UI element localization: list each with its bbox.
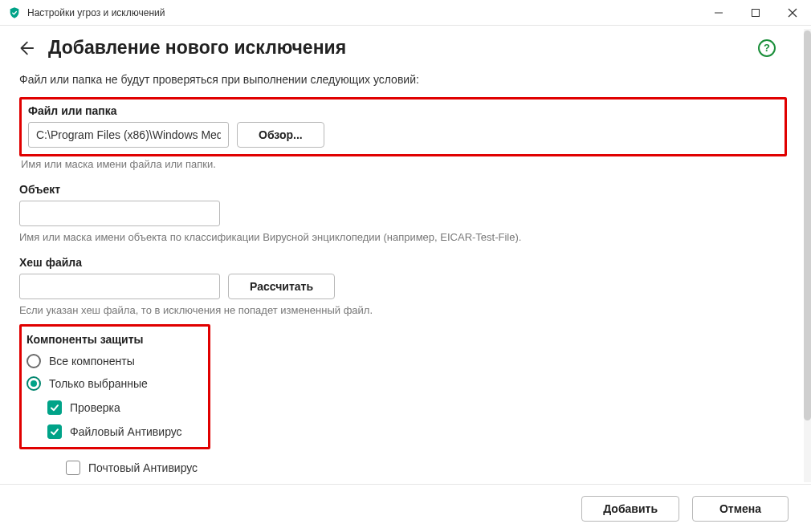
components-label: Компоненты защиты [26, 333, 200, 346]
cancel-button[interactable]: Отмена [692, 496, 789, 522]
window-title: Настройки угроз и исключений [27, 7, 165, 18]
hash-input[interactable] [19, 274, 220, 299]
maximize-button[interactable] [737, 0, 774, 26]
close-button[interactable] [774, 0, 811, 26]
page-header: Добавление нового исключения ? [0, 26, 806, 65]
radio-icon [26, 376, 41, 391]
checkbox-icon [47, 424, 62, 439]
object-section: Объект Имя или маска имени объекта по кл… [19, 183, 787, 243]
radio-selected-label: Только выбранные [49, 377, 148, 390]
object-label: Объект [19, 183, 787, 196]
file-or-folder-highlight: Файл или папка Обзор... [19, 97, 787, 156]
radio-all-label: Все компоненты [49, 355, 135, 368]
scrollbar[interactable] [804, 29, 811, 482]
footer: Добавить Отмена [0, 484, 811, 532]
svg-rect-1 [752, 10, 760, 17]
radio-icon [26, 354, 41, 368]
hash-hint: Если указан хеш файла, то в исключения н… [19, 304, 787, 316]
checkbox-mail-av-label: Почтовый Антивирус [88, 461, 198, 474]
components-rest: Почтовый Антивирус Веб-Антивирус [66, 461, 787, 484]
file-hint: Имя или маска имени файла или папки. [21, 158, 787, 170]
help-icon[interactable]: ? [758, 39, 776, 57]
file-label: Файл или папка [28, 104, 778, 117]
checkbox-file-av[interactable]: Файловый Антивирус [47, 424, 200, 439]
scrollbar-thumb[interactable] [804, 30, 811, 420]
window-controls [700, 0, 811, 25]
object-hint: Имя или маска имени объекта по классифик… [19, 231, 787, 243]
checkbox-scan-label: Проверка [70, 401, 120, 414]
radio-all-components[interactable]: Все компоненты [26, 354, 200, 368]
file-path-input[interactable] [28, 122, 229, 148]
components-highlight: Компоненты защиты Все компоненты Только … [19, 324, 210, 449]
titlebar: Настройки угроз и исключений [0, 0, 811, 26]
browse-button[interactable]: Обзор... [237, 122, 324, 148]
calculate-hash-button[interactable]: Рассчитать [228, 274, 335, 299]
add-button[interactable]: Добавить [581, 496, 679, 522]
object-input[interactable] [19, 201, 220, 226]
checkbox-mail-av[interactable]: Почтовый Антивирус [66, 461, 787, 475]
page-title: Добавление нового исключения [48, 37, 758, 59]
checkbox-file-av-label: Файловый Антивирус [70, 425, 182, 438]
app-shield-icon [8, 6, 21, 19]
minimize-button[interactable] [700, 0, 737, 26]
checkbox-icon [66, 461, 80, 475]
back-arrow-icon[interactable] [16, 39, 35, 58]
radio-selected-components[interactable]: Только выбранные [26, 376, 200, 391]
checkbox-icon [47, 400, 62, 415]
hash-label: Хеш файла [19, 256, 787, 269]
intro-text: Файл или папка не будут проверяться при … [19, 73, 787, 86]
hash-section: Хеш файла Рассчитать Если указан хеш фай… [19, 256, 787, 316]
checkbox-scan[interactable]: Проверка [47, 400, 200, 415]
